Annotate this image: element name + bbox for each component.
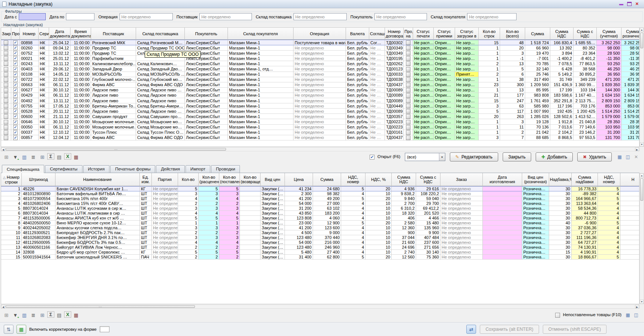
cell-vat_num_retail[interactable]: 4 <box>598 216 620 221</box>
cell-closed[interactable] <box>1 98 11 103</box>
column-header-next_cut[interactable]: Н <box>620 173 640 186</box>
cell-qty_returned[interactable] <box>240 255 261 260</box>
cell-doc_date[interactable]: 17.05.12 <box>49 103 70 109</box>
cell-sum[interactable]: 983 808 <box>525 93 550 98</box>
cell-agreement[interactable]: Не … <box>369 114 385 119</box>
cell-line_no[interactable]: 2 <box>1 191 22 196</box>
cell-st_load[interactable]: Не загр… <box>455 135 479 140</box>
cell-qty[interactable]: 1 <box>178 221 199 225</box>
column-header-sum_account[interactable]: Сумма (учетная) <box>597 28 622 40</box>
cell-pro[interactable] <box>11 130 20 135</box>
export-excel-icon[interactable]: X <box>64 311 71 318</box>
cell-st_accept[interactable]: Оприх… <box>434 61 455 66</box>
table-row[interactable]: 00403НК29.06.1211:00:00Западный ДворСкла… <box>1 66 640 72</box>
cell-vat_num[interactable]: 4 <box>341 211 365 216</box>
scroll-right-icon[interactable]: ▶ <box>635 305 639 308</box>
cell-st_accept[interactable]: Оприх… <box>434 130 455 135</box>
export-excel-icon[interactable]: X <box>64 153 71 160</box>
cell-price_type_retail[interactable]: Рознична… <box>522 235 549 240</box>
checkbox-unchecked-icon[interactable] <box>406 61 410 66</box>
cell-vat_pct[interactable]: 20 <box>365 255 392 260</box>
cell-currency[interactable]: Бел. рубль <box>346 103 369 109</box>
cell-vat_num[interactable]: 4 <box>341 245 365 250</box>
cell-vat_num[interactable]: 4 <box>341 216 365 221</box>
column-header-sum[interactable]: Сумма <box>313 173 341 186</box>
cell-st_load[interactable]: Не загр… <box>455 61 479 66</box>
cell-supplier_wh[interactable]: Склад Мозырские мо… <box>136 125 185 130</box>
cell-pro_na[interactable] <box>404 66 413 72</box>
cell-doc_date[interactable]: 09.04.12 <box>49 45 70 51</box>
cell-pro[interactable] <box>11 93 20 98</box>
cell-vat_num[interactable]: 5 <box>341 255 365 260</box>
cell-pro_na[interactable] <box>404 40 413 45</box>
cell-contract[interactable]: ТД00437 <box>385 82 404 88</box>
cell-supplier_wh[interactable]: Склад Лидское пиво … <box>136 109 185 114</box>
column-header-doc_date[interactable]: Дата документа <box>49 28 70 40</box>
cell-qty[interactable]: 4 <box>178 196 199 201</box>
column-header-supplier_wh[interactable]: Склад поставщика <box>136 28 185 40</box>
cell-vat_pct[interactable]: 10 <box>365 230 392 235</box>
cell-markup_sum[interactable]: 37 036,36 <box>572 225 598 230</box>
cell-line_no[interactable]: 12 <box>1 240 22 245</box>
cell-markup_sum[interactable]: 58 534,36 <box>572 206 598 211</box>
cell-order[interactable]: Не определено <box>440 211 483 216</box>
cell-line_no[interactable]: 4 <box>1 201 22 206</box>
cell-qty_returned[interactable] <box>240 245 261 250</box>
cell-num[interactable]: 00898 <box>20 40 39 45</box>
cell-supplier_wh[interactable]: Склад Туссон Плюс О… <box>136 130 185 135</box>
cell-supplier[interactable]: Западный Двор <box>91 66 136 72</box>
checkbox-checked-icon[interactable] <box>13 67 18 72</box>
cell-sum[interactable]: 63 102 <box>313 206 341 211</box>
cell-sum_with_vat[interactable]: 103 194 <box>574 88 597 93</box>
table-row[interactable]: 12481129500095Биокефир БОДРОСТЬ 3% пак 0… <box>1 240 640 245</box>
column-header-rows_cnt[interactable]: Кол-во строк <box>479 28 500 40</box>
cell-mfg_date[interactable] <box>483 230 522 235</box>
cell-buyer_wh[interactable]: Магазин Мини-1 <box>228 88 294 93</box>
cell-buyer_wh[interactable]: Магазин Мини-1 <box>228 93 294 98</box>
cell-supplier_wh[interactable]: Склад Глубокский мо… <box>136 77 185 82</box>
table-row[interactable]: 00663НК06.11.1211:00:00Фирма АВССклад Фи… <box>1 82 640 88</box>
cell-qty_delivered[interactable]: 4 <box>219 211 240 216</box>
cell-line_no[interactable]: 13 <box>1 245 22 250</box>
invoices-hscrollbar[interactable]: ◀ ⋯ ▶ <box>1 147 640 151</box>
checkbox-checked-icon[interactable] <box>13 125 18 130</box>
cell-markup_pct[interactable]: 30 <box>549 211 572 216</box>
cell-sum_vat[interactable]: 12 360 <box>392 225 416 230</box>
cell-doc_date[interactable]: 13.11.12 <box>49 61 70 66</box>
cell-operation[interactable]: Не определено <box>294 114 346 119</box>
checkbox-unchecked-icon[interactable] <box>406 104 410 108</box>
cell-pro[interactable] <box>11 56 20 61</box>
cell-pro[interactable] <box>11 72 20 77</box>
cell-operation[interactable]: Не определено <box>294 88 346 93</box>
column-header-qty[interactable]: Кол-во <box>178 173 199 186</box>
cell-price_type_retail[interactable]: Рознична… <box>522 221 549 225</box>
cell-sum_with_vat[interactable]: 15 480 <box>416 221 440 225</box>
cell-sum_with_vat[interactable]: 271 656 <box>416 245 440 250</box>
cell-sum_retail[interactable]: 853 000 <box>622 103 640 109</box>
cell-pro_na[interactable] <box>404 119 413 124</box>
cell-contract[interactable]: ТД00033 <box>385 72 404 77</box>
cell-rows_cnt[interactable]: 1 <box>479 130 500 135</box>
cell-name[interactable]: Вино МЕРЛО красное сухое 10-12… <box>55 221 140 225</box>
cell-st_load[interactable]: Не загр… <box>455 88 479 93</box>
column-header-batch[interactable]: Партия <box>152 173 178 186</box>
cell-qty_priced[interactable]: 4 <box>199 211 219 216</box>
column-header-agreement[interactable]: Соглашение <box>369 28 385 40</box>
scroll-down-icon[interactable]: ▼ <box>640 142 644 146</box>
cell-operation[interactable]: Поступление товара в мага… <box>294 40 346 45</box>
checkbox-unchecked-icon[interactable] <box>406 99 410 103</box>
cell-agreement[interactable]: Не … <box>369 56 385 61</box>
cell-supplier_wh[interactable]: Склад Савушкин про… <box>136 114 185 119</box>
print-icon[interactable]: ▤ <box>55 311 63 319</box>
checkbox-unchecked-icon[interactable] <box>4 72 8 77</box>
aggregate-icon[interactable]: ⊞ <box>38 153 46 161</box>
cell-st_accept[interactable]: Оприх… <box>434 77 455 82</box>
cell-buyer_wh[interactable]: Магазин Мини-1 <box>228 72 294 77</box>
cell-barcode[interactable]: 481153500006 <box>22 216 55 221</box>
checkbox-unchecked-icon[interactable] <box>406 67 410 72</box>
cell-price_type[interactable]: Закупки (… <box>261 211 285 216</box>
cell-doc_date[interactable]: 30.10.12 <box>49 119 70 124</box>
column-header-st_print[interactable]: Статус печати <box>413 28 434 40</box>
cell-sum_account[interactable]: 93 250 <box>597 61 622 66</box>
cell-closed[interactable] <box>1 103 11 109</box>
